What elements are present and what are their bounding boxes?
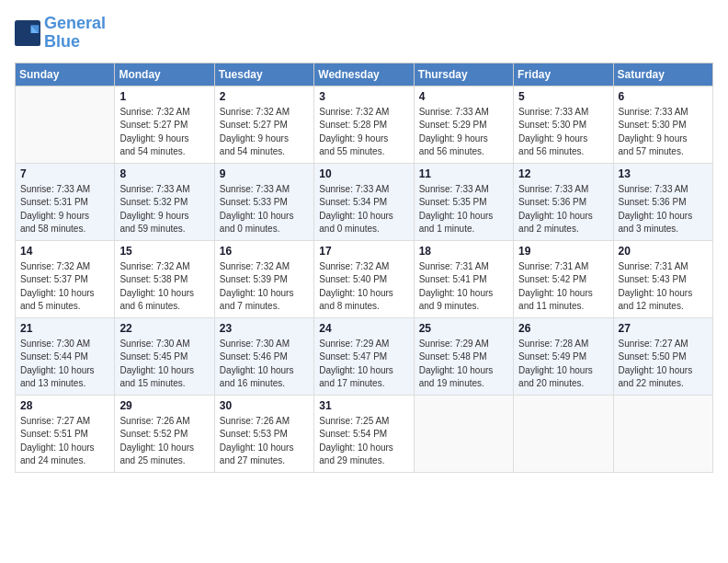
calendar-cell: 24Sunrise: 7:29 AM Sunset: 5:47 PM Dayli… (314, 317, 414, 395)
calendar-week-row: 28Sunrise: 7:27 AM Sunset: 5:51 PM Dayli… (16, 395, 713, 472)
calendar-cell: 27Sunrise: 7:27 AM Sunset: 5:50 PM Dayli… (613, 317, 712, 395)
day-info: Sunrise: 7:30 AM Sunset: 5:45 PM Dayligh… (119, 338, 209, 391)
calendar-cell: 29Sunrise: 7:26 AM Sunset: 5:52 PM Dayli… (115, 395, 214, 472)
calendar-cell: 11Sunrise: 7:33 AM Sunset: 5:35 PM Dayli… (414, 163, 513, 240)
day-number: 18 (419, 245, 508, 258)
day-number: 9 (220, 167, 309, 180)
weekday-header-friday: Friday (514, 63, 613, 86)
day-info: Sunrise: 7:33 AM Sunset: 5:29 PM Dayligh… (419, 106, 508, 159)
calendar-week-row: 7Sunrise: 7:33 AM Sunset: 5:31 PM Daylig… (16, 163, 713, 240)
day-info: Sunrise: 7:26 AM Sunset: 5:53 PM Dayligh… (220, 415, 309, 468)
calendar-cell: 1Sunrise: 7:32 AM Sunset: 5:27 PM Daylig… (115, 86, 214, 163)
calendar-cell: 4Sunrise: 7:33 AM Sunset: 5:29 PM Daylig… (414, 86, 513, 163)
day-info: Sunrise: 7:32 AM Sunset: 5:40 PM Dayligh… (319, 260, 408, 314)
day-number: 13 (619, 167, 708, 180)
calendar-cell: 15Sunrise: 7:32 AM Sunset: 5:38 PM Dayli… (115, 240, 214, 317)
weekday-header-monday: Monday (115, 63, 214, 86)
day-info: Sunrise: 7:33 AM Sunset: 5:30 PM Dayligh… (619, 106, 708, 159)
day-number: 4 (419, 90, 508, 103)
calendar-cell (16, 86, 115, 163)
page-header: General Blue (15, 15, 713, 52)
calendar-cell: 10Sunrise: 7:33 AM Sunset: 5:34 PM Dayli… (314, 163, 414, 240)
day-number: 12 (518, 167, 608, 180)
day-number: 27 (619, 322, 708, 335)
day-number: 24 (319, 322, 408, 335)
weekday-header-saturday: Saturday (613, 63, 712, 86)
calendar-cell: 12Sunrise: 7:33 AM Sunset: 5:36 PM Dayli… (514, 163, 613, 240)
day-number: 21 (20, 322, 109, 335)
calendar-cell: 5Sunrise: 7:33 AM Sunset: 5:30 PM Daylig… (514, 86, 613, 163)
calendar-cell: 20Sunrise: 7:31 AM Sunset: 5:43 PM Dayli… (613, 240, 712, 317)
day-number: 22 (119, 322, 209, 335)
day-info: Sunrise: 7:32 AM Sunset: 5:28 PM Dayligh… (319, 106, 408, 159)
calendar-cell: 19Sunrise: 7:31 AM Sunset: 5:42 PM Dayli… (514, 240, 613, 317)
weekday-header-row: SundayMondayTuesdayWednesdayThursdayFrid… (16, 63, 713, 86)
day-info: Sunrise: 7:32 AM Sunset: 5:38 PM Dayligh… (119, 260, 209, 314)
day-number: 5 (518, 90, 608, 103)
day-info: Sunrise: 7:31 AM Sunset: 5:43 PM Dayligh… (619, 260, 708, 314)
weekday-header-sunday: Sunday (16, 63, 115, 86)
day-info: Sunrise: 7:30 AM Sunset: 5:46 PM Dayligh… (220, 338, 309, 391)
calendar-cell: 21Sunrise: 7:30 AM Sunset: 5:44 PM Dayli… (16, 317, 115, 395)
day-number: 20 (619, 245, 708, 258)
day-info: Sunrise: 7:33 AM Sunset: 5:35 PM Dayligh… (419, 183, 508, 236)
day-number: 7 (20, 167, 109, 180)
weekday-header-thursday: Thursday (414, 63, 513, 86)
day-info: Sunrise: 7:28 AM Sunset: 5:49 PM Dayligh… (518, 338, 608, 391)
day-number: 16 (220, 245, 309, 258)
calendar-cell: 14Sunrise: 7:32 AM Sunset: 5:37 PM Dayli… (16, 240, 115, 317)
day-number: 29 (119, 399, 209, 412)
day-number: 30 (220, 399, 309, 412)
day-number: 11 (419, 167, 508, 180)
day-info: Sunrise: 7:32 AM Sunset: 5:39 PM Dayligh… (220, 260, 309, 314)
calendar-cell: 22Sunrise: 7:30 AM Sunset: 5:45 PM Dayli… (115, 317, 214, 395)
day-info: Sunrise: 7:33 AM Sunset: 5:32 PM Dayligh… (119, 183, 209, 236)
calendar-cell: 13Sunrise: 7:33 AM Sunset: 5:36 PM Dayli… (613, 163, 712, 240)
day-number: 3 (319, 90, 408, 103)
day-info: Sunrise: 7:33 AM Sunset: 5:33 PM Dayligh… (220, 183, 309, 236)
calendar-week-row: 1Sunrise: 7:32 AM Sunset: 5:27 PM Daylig… (16, 86, 713, 163)
day-info: Sunrise: 7:33 AM Sunset: 5:31 PM Dayligh… (20, 183, 109, 236)
day-number: 2 (220, 90, 309, 103)
calendar-cell (514, 395, 613, 472)
day-number: 8 (119, 167, 209, 180)
weekday-header-wednesday: Wednesday (314, 63, 414, 86)
day-info: Sunrise: 7:33 AM Sunset: 5:34 PM Dayligh… (319, 183, 408, 236)
day-info: Sunrise: 7:26 AM Sunset: 5:52 PM Dayligh… (119, 415, 209, 468)
calendar-cell: 9Sunrise: 7:33 AM Sunset: 5:33 PM Daylig… (214, 163, 313, 240)
day-info: Sunrise: 7:31 AM Sunset: 5:41 PM Dayligh… (419, 260, 508, 314)
day-info: Sunrise: 7:32 AM Sunset: 5:27 PM Dayligh… (220, 106, 309, 159)
day-info: Sunrise: 7:27 AM Sunset: 5:50 PM Dayligh… (619, 338, 708, 391)
day-info: Sunrise: 7:33 AM Sunset: 5:36 PM Dayligh… (518, 183, 608, 236)
day-number: 14 (20, 245, 109, 258)
day-number: 10 (319, 167, 408, 180)
calendar-cell: 18Sunrise: 7:31 AM Sunset: 5:41 PM Dayli… (414, 240, 513, 317)
calendar-cell: 30Sunrise: 7:26 AM Sunset: 5:53 PM Dayli… (214, 395, 313, 472)
calendar-cell: 28Sunrise: 7:27 AM Sunset: 5:51 PM Dayli… (16, 395, 115, 472)
day-number: 19 (518, 245, 608, 258)
day-info: Sunrise: 7:33 AM Sunset: 5:36 PM Dayligh… (619, 183, 708, 236)
calendar-cell: 16Sunrise: 7:32 AM Sunset: 5:39 PM Dayli… (214, 240, 313, 317)
calendar-cell: 17Sunrise: 7:32 AM Sunset: 5:40 PM Dayli… (314, 240, 414, 317)
day-number: 26 (518, 322, 608, 335)
calendar-week-row: 14Sunrise: 7:32 AM Sunset: 5:37 PM Dayli… (16, 240, 713, 317)
day-number: 15 (119, 245, 209, 258)
calendar-table: SundayMondayTuesdayWednesdayThursdayFrid… (15, 63, 713, 473)
day-info: Sunrise: 7:25 AM Sunset: 5:54 PM Dayligh… (319, 415, 408, 468)
calendar-cell: 25Sunrise: 7:29 AM Sunset: 5:48 PM Dayli… (414, 317, 513, 395)
day-info: Sunrise: 7:27 AM Sunset: 5:51 PM Dayligh… (20, 415, 109, 468)
day-number: 31 (319, 399, 408, 412)
day-info: Sunrise: 7:32 AM Sunset: 5:27 PM Dayligh… (119, 106, 209, 159)
day-number: 28 (20, 399, 109, 412)
day-number: 25 (419, 322, 508, 335)
day-info: Sunrise: 7:31 AM Sunset: 5:42 PM Dayligh… (518, 260, 608, 314)
calendar-cell: 8Sunrise: 7:33 AM Sunset: 5:32 PM Daylig… (115, 163, 214, 240)
calendar-cell: 6Sunrise: 7:33 AM Sunset: 5:30 PM Daylig… (613, 86, 712, 163)
day-info: Sunrise: 7:32 AM Sunset: 5:37 PM Dayligh… (20, 260, 109, 314)
day-number: 1 (119, 90, 209, 103)
calendar-cell: 23Sunrise: 7:30 AM Sunset: 5:46 PM Dayli… (214, 317, 313, 395)
day-info: Sunrise: 7:30 AM Sunset: 5:44 PM Dayligh… (20, 338, 109, 391)
weekday-header-tuesday: Tuesday (214, 63, 313, 86)
logo-text: General Blue (44, 15, 106, 52)
calendar-cell: 2Sunrise: 7:32 AM Sunset: 5:27 PM Daylig… (214, 86, 313, 163)
